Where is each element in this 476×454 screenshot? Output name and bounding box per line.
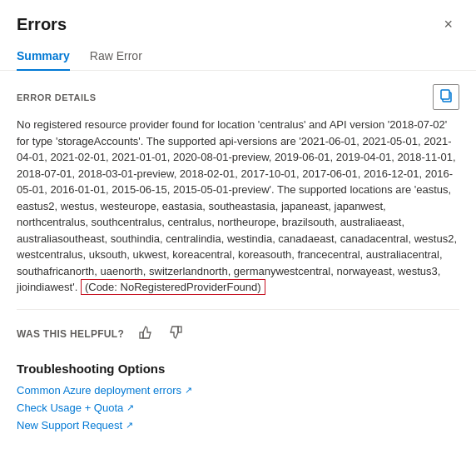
- dialog-title: Errors: [17, 15, 67, 34]
- close-button[interactable]: ×: [437, 13, 459, 35]
- external-link-icon-1: ↗: [185, 385, 192, 396]
- dialog-body: ERROR DETAILS No registered resource pro…: [0, 71, 476, 454]
- copy-button[interactable]: [433, 84, 459, 110]
- tab-bar: Summary Raw Error: [0, 42, 476, 71]
- link-item-support-request: New Support Request ↗: [17, 419, 459, 432]
- svg-rect-1: [441, 90, 449, 99]
- divider: [17, 309, 459, 310]
- troubleshooting-section: Troubleshooting Options Common Azure dep…: [17, 362, 459, 432]
- svg-rect-2: [140, 332, 143, 338]
- error-details-label: ERROR DETAILS: [17, 92, 97, 102]
- dialog-header: Errors ×: [0, 0, 476, 35]
- thumbs-down-button[interactable]: [166, 323, 187, 345]
- error-code-badge: (Code: NoRegisteredProviderFound): [81, 279, 265, 295]
- error-details-section: ERROR DETAILS No registered resource pro…: [17, 84, 459, 296]
- error-message: No registered resource provider found fo…: [17, 117, 459, 296]
- link-item-check-quota: Check Usage + Quota ↗: [17, 402, 459, 414]
- troubleshooting-title: Troubleshooting Options: [17, 362, 459, 376]
- helpful-label: WAS THIS HELPFUL?: [17, 328, 124, 340]
- copy-icon: [439, 88, 454, 103]
- thumbs-down-icon: [169, 325, 184, 340]
- support-request-link[interactable]: New Support Request: [17, 419, 122, 432]
- thumbs-up-icon: [137, 325, 152, 340]
- external-link-icon-3: ↗: [126, 420, 133, 431]
- tab-raw-error[interactable]: Raw Error: [90, 42, 142, 71]
- link-item-common-errors: Common Azure deployment errors ↗: [17, 384, 459, 397]
- common-errors-link[interactable]: Common Azure deployment errors: [17, 384, 181, 397]
- thumbs-up-button[interactable]: [134, 323, 156, 345]
- helpful-section: WAS THIS HELPFUL?: [17, 320, 459, 348]
- section-header: ERROR DETAILS: [17, 84, 459, 110]
- svg-rect-3: [178, 327, 181, 332]
- external-link-icon-2: ↗: [126, 402, 134, 413]
- errors-dialog: Errors × Summary Raw Error ERROR DETAILS: [0, 0, 476, 454]
- check-quota-link[interactable]: Check Usage + Quota: [17, 402, 123, 414]
- tab-summary[interactable]: Summary: [17, 42, 70, 71]
